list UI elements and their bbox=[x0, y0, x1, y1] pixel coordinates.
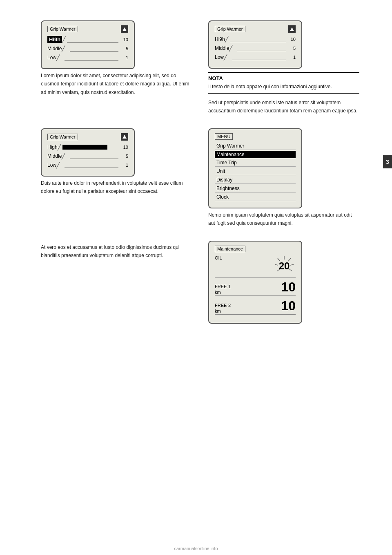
free2-row: FREE-2 km 10 bbox=[215, 298, 296, 315]
panel3-high-value: 10 bbox=[120, 145, 128, 150]
panel2-high-row: Hi9h ╱ 10 bbox=[215, 36, 296, 43]
panel1-middle-bar bbox=[67, 46, 118, 51]
right-col-3: Maintenance OIL bbox=[208, 241, 359, 324]
panel2-middle-row: Middle ╱ 5 bbox=[215, 45, 296, 51]
panel1-high-bar-line bbox=[67, 42, 118, 43]
panel3-low-label: Low bbox=[47, 162, 56, 168]
left-text-1: Lorem ipsum dolor sit amet, consectetur … bbox=[41, 72, 192, 96]
panel2-high-line bbox=[230, 42, 286, 42]
menu-item-time-trip[interactable]: Time Trip bbox=[215, 159, 296, 167]
grip-warmer-panel-1: Grip Warmer Hi9h ╱ 10 bbox=[41, 20, 135, 69]
panel1-low-row: Low ╱ 1 bbox=[47, 54, 128, 61]
panel1-high-bar bbox=[67, 37, 118, 43]
panel1-low-bar bbox=[61, 55, 118, 60]
triangle-icon-2 bbox=[290, 27, 294, 31]
free2-label-area: FREE-2 km bbox=[215, 303, 231, 313]
menu-item-clock[interactable]: Clock bbox=[215, 193, 296, 201]
watermark: carmanualsonline.info bbox=[174, 546, 218, 551]
panel1-low-value: 1 bbox=[120, 55, 128, 60]
svg-line-5 bbox=[275, 264, 278, 265]
menu-item-brightness[interactable]: Brightness bbox=[215, 185, 296, 192]
panel2-middle-slash: ╱ bbox=[229, 45, 232, 51]
panel1-high-value: 10 bbox=[120, 37, 128, 42]
free1-unit: km bbox=[215, 290, 221, 295]
panel2-low-line bbox=[232, 60, 286, 60]
page-number: 3 bbox=[383, 155, 392, 168]
menu-item-unit[interactable]: Unit bbox=[215, 168, 296, 175]
panel2-header: Grip Warmer bbox=[215, 25, 296, 33]
panel2-title: Grip Warmer bbox=[215, 26, 245, 32]
panel3-middle-slash: ╱ bbox=[62, 153, 65, 159]
panel1-low-slash: ╱ bbox=[56, 54, 60, 61]
menu-title: MENU bbox=[215, 133, 233, 140]
panel2-middle-line bbox=[237, 51, 286, 51]
panel1-high-label: Hi9h bbox=[47, 36, 62, 43]
right-text-1: Sed ut perspiciatis unde omnis iste natu… bbox=[208, 98, 359, 115]
free2-value: 10 bbox=[281, 298, 296, 313]
panel2-low-row: Low ╱ 1 bbox=[215, 54, 296, 60]
panel2-middle-value: 5 bbox=[287, 46, 296, 51]
panel3-high-label: High bbox=[47, 144, 58, 150]
menu-item-display[interactable]: Display bbox=[215, 176, 296, 184]
panel2-high-bar bbox=[230, 36, 286, 42]
panel2-high-label: Hi9h bbox=[215, 36, 225, 42]
oil-starburst-icon: 20 bbox=[273, 255, 296, 276]
right-col-1: Grip Warmer Hi9h ╱ 10 bbox=[208, 20, 359, 120]
free1-value: 10 bbox=[281, 280, 296, 295]
panel1-high-row: Hi9h ╱ 10 bbox=[47, 36, 128, 43]
grip-warmer-panel-3: Grip Warmer High ╱ 10 bbox=[41, 128, 135, 177]
panel1-alert-icon bbox=[121, 25, 128, 33]
triangle-icon-3 bbox=[122, 135, 127, 139]
panel3-low-slash: ╱ bbox=[56, 162, 60, 168]
panel3-high-bar bbox=[62, 144, 118, 150]
row-3: At vero eos et accusamus et iusto odio d… bbox=[41, 241, 359, 324]
panel1-low-line bbox=[65, 60, 118, 60]
panel1-middle-slash: ╱ bbox=[62, 45, 65, 52]
panel3-high-fill bbox=[62, 145, 107, 150]
menu-item-maintenance[interactable]: Maintenance bbox=[215, 151, 296, 158]
left-col-1: Grip Warmer Hi9h ╱ 10 bbox=[41, 20, 192, 101]
menu-item-grip-warmer[interactable]: Grip Warmer bbox=[215, 142, 296, 150]
panel3-header: Grip Warmer bbox=[47, 133, 128, 141]
panel3-low-row: Low ╱ 1 bbox=[47, 162, 128, 168]
panel3-middle-row: Middle ╱ 5 bbox=[47, 153, 128, 159]
panel2-middle-bar bbox=[234, 45, 286, 51]
oil-number: 20 bbox=[279, 260, 290, 271]
left-text-2: Duis aute irure dolor in reprehenderit i… bbox=[41, 179, 192, 196]
nota-box: NOTA Il testo della nota appare qui con … bbox=[208, 72, 359, 94]
panel2-high-value: 10 bbox=[287, 37, 296, 42]
triangle-icon bbox=[122, 27, 127, 31]
left-col-2: Grip Warmer High ╱ 10 bbox=[41, 128, 192, 201]
left-col-3: At vero eos et accusamus et iusto odio d… bbox=[41, 241, 192, 265]
panel2-low-value: 1 bbox=[287, 55, 296, 60]
grip-warmer-panel-2: Grip Warmer Hi9h ╱ 10 bbox=[208, 20, 302, 69]
panel1-middle-label: Middle bbox=[47, 46, 62, 51]
panel1-low-label: Low bbox=[47, 55, 56, 60]
panel1-header: Grip Warmer bbox=[47, 25, 128, 33]
panel3-high-row: High ╱ 10 bbox=[47, 144, 128, 150]
menu-panel: MENU Grip Warmer Maintenance Time Trip U… bbox=[208, 128, 302, 208]
free1-label-area: FREE-1 km bbox=[215, 284, 231, 295]
svg-line-2 bbox=[290, 264, 294, 265]
panel3-high-slash: ╱ bbox=[58, 144, 61, 150]
panel2-low-label: Low bbox=[215, 54, 224, 60]
panel3-low-value: 1 bbox=[120, 163, 128, 168]
right-col-2: MENU Grip Warmer Maintenance Time Trip U… bbox=[208, 128, 359, 233]
panel3-title: Grip Warmer bbox=[47, 134, 78, 140]
free1-label: FREE-1 bbox=[215, 284, 231, 289]
panel2-low-slash: ╱ bbox=[224, 54, 227, 60]
free2-label: FREE-2 bbox=[215, 303, 231, 308]
panel1-middle-line bbox=[70, 51, 118, 51]
left-text-3: At vero eos et accusamus et iusto odio d… bbox=[41, 243, 192, 260]
panel3-middle-label: Middle bbox=[47, 153, 62, 159]
row-1: Grip Warmer Hi9h ╱ 10 bbox=[41, 20, 359, 120]
nota-title: NOTA bbox=[208, 75, 359, 81]
panel2-low-bar bbox=[229, 54, 286, 60]
panel1-middle-value: 5 bbox=[120, 46, 128, 51]
panel3-middle-bar bbox=[67, 153, 118, 159]
maintenance-panel: Maintenance OIL bbox=[208, 241, 302, 324]
oil-value-area: 20 bbox=[273, 255, 296, 276]
oil-row: OIL 2 bbox=[215, 255, 296, 278]
panel1-middle-row: Middle ╱ 5 bbox=[47, 45, 128, 52]
panel3-middle-value: 5 bbox=[120, 154, 128, 159]
